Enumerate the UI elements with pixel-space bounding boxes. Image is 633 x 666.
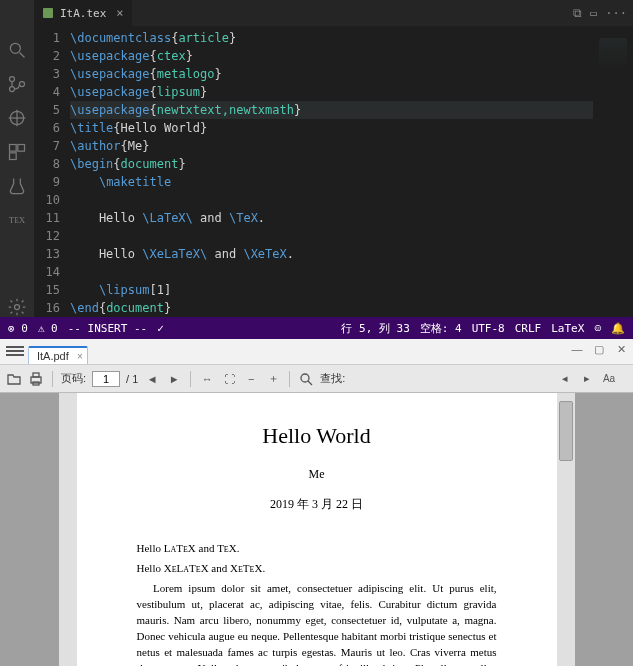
editor-body[interactable]: 12345678910111213141516 \documentclass{a… — [34, 26, 633, 317]
svg-rect-9 — [18, 145, 25, 152]
page-input[interactable] — [92, 371, 120, 387]
close-window-button[interactable]: ✕ — [613, 343, 629, 356]
code-line[interactable]: Hello \LaTeX\ and \TeX. — [70, 209, 593, 227]
line-number: 10 — [34, 191, 60, 209]
line-number: 15 — [34, 281, 60, 299]
debug-icon[interactable] — [7, 108, 27, 128]
pdf-tab-close-icon[interactable]: × — [77, 351, 83, 362]
pdf-author: Me — [137, 467, 497, 482]
print-icon[interactable] — [28, 371, 44, 387]
svg-rect-12 — [43, 8, 53, 18]
line-number-gutter: 12345678910111213141516 — [34, 26, 70, 317]
svg-rect-8 — [10, 145, 17, 152]
status-bell-icon[interactable]: 🔔 — [611, 322, 625, 335]
line-number: 8 — [34, 155, 60, 173]
svg-rect-10 — [10, 153, 17, 160]
line-number: 13 — [34, 245, 60, 263]
line-number: 12 — [34, 227, 60, 245]
pdf-tab[interactable]: ItA.pdf × — [28, 346, 88, 364]
tab-file[interactable]: ItA.tex × — [34, 0, 133, 26]
line-number: 11 — [34, 209, 60, 227]
code-line[interactable] — [70, 191, 593, 209]
status-feedback[interactable]: ☺ — [594, 322, 601, 335]
svg-point-2 — [10, 77, 15, 82]
code-line[interactable]: \documentclass{article} — [70, 29, 593, 47]
next-page-icon[interactable]: ► — [166, 371, 182, 387]
pdf-line-1: Hello LaTeX and TeX. — [137, 541, 497, 557]
status-spaces[interactable]: 空格: 4 — [420, 321, 462, 336]
line-number: 2 — [34, 47, 60, 65]
page-total: / 1 — [126, 373, 138, 385]
status-errors[interactable]: ⊗ 0 — [8, 322, 28, 335]
svg-rect-14 — [33, 373, 39, 377]
status-warnings[interactable]: ⚠ 0 — [38, 322, 58, 335]
code-line[interactable]: \end{document} — [70, 299, 593, 317]
find-label: 查找: — [320, 371, 345, 386]
compare-icon[interactable]: ⧉ — [573, 6, 582, 20]
line-number: 6 — [34, 119, 60, 137]
fit-width-icon[interactable]: ↔ — [199, 371, 215, 387]
prev-page-icon[interactable]: ◄ — [144, 371, 160, 387]
code-area[interactable]: \documentclass{article}\usepackage{ctex}… — [70, 26, 593, 317]
editor-main: TEX ItA.tex × ⧉ ▭ ··· 123456789101 — [0, 0, 633, 317]
code-line[interactable]: \usepackage{metalogo} — [70, 65, 593, 83]
zoom-in-icon[interactable]: ＋ — [265, 371, 281, 387]
search-icon[interactable] — [7, 40, 27, 60]
test-icon[interactable] — [7, 176, 27, 196]
code-line[interactable]: \maketitle — [70, 173, 593, 191]
pdf-viewport: Hello World Me 2019 年 3 月 22 日 Hello LaT… — [0, 393, 633, 666]
hamburger-icon[interactable] — [6, 342, 24, 360]
pdf-viewer-pane: ItA.pdf × — ▢ ✕ 页码: / 1 ◄ ► ↔ ⛶ − ＋ 查找: … — [0, 339, 633, 666]
code-line[interactable] — [70, 263, 593, 281]
maximize-button[interactable]: ▢ — [591, 343, 607, 356]
source-control-icon[interactable] — [7, 74, 27, 94]
code-line[interactable]: Hello \XeLaTeX\ and \XeTeX. — [70, 245, 593, 263]
status-encoding[interactable]: UTF-8 — [472, 322, 505, 335]
minimap[interactable] — [593, 26, 633, 317]
svg-line-17 — [308, 381, 312, 385]
latex-icon[interactable]: TEX — [7, 210, 27, 230]
code-editor-pane: TEX ItA.tex × ⧉ ▭ ··· 123456789101 — [0, 0, 633, 339]
pdf-title: Hello World — [137, 423, 497, 449]
fit-page-icon[interactable]: ⛶ — [221, 371, 237, 387]
tab-actions: ⧉ ▭ ··· — [573, 6, 633, 20]
nav-left-icon[interactable]: ◂ — [557, 371, 573, 387]
status-eol[interactable]: CRLF — [515, 322, 542, 335]
code-line[interactable] — [70, 227, 593, 245]
open-icon[interactable] — [6, 371, 22, 387]
find-icon[interactable] — [298, 371, 314, 387]
scrollbar-left[interactable] — [59, 393, 77, 666]
line-number: 5 — [34, 101, 60, 119]
tab-filename: ItA.tex — [60, 7, 106, 20]
zoom-out-icon[interactable]: − — [243, 371, 259, 387]
code-line[interactable]: \usepackage{newtxtext,newtxmath} — [70, 101, 593, 119]
code-line[interactable]: \lipsum[1] — [70, 281, 593, 299]
code-line[interactable]: \title{Hello World} — [70, 119, 593, 137]
window-controls: — ▢ ✕ — [569, 343, 629, 356]
line-number: 7 — [34, 137, 60, 155]
status-position[interactable]: 行 5, 列 33 — [341, 321, 409, 336]
code-line[interactable]: \usepackage{lipsum} — [70, 83, 593, 101]
code-line[interactable]: \begin{document} — [70, 155, 593, 173]
code-line[interactable]: \author{Me} — [70, 137, 593, 155]
settings-icon[interactable] — [7, 297, 27, 317]
split-icon[interactable]: ▭ — [590, 6, 597, 20]
line-number: 14 — [34, 263, 60, 281]
code-line[interactable]: \usepackage{ctex} — [70, 47, 593, 65]
pdf-date: 2019 年 3 月 22 日 — [137, 496, 497, 513]
svg-point-11 — [15, 305, 20, 310]
status-bar: ⊗ 0 ⚠ 0 -- INSERT -- ✓ 行 5, 列 33 空格: 4 U… — [0, 317, 633, 339]
activity-bar: TEX — [0, 0, 34, 317]
pdf-page: Hello World Me 2019 年 3 月 22 日 Hello LaT… — [77, 393, 557, 666]
status-language[interactable]: LaTeX — [551, 322, 584, 335]
nav-right-icon[interactable]: ▸ — [579, 371, 595, 387]
extensions-icon[interactable] — [7, 142, 27, 162]
status-check[interactable]: ✓ — [157, 322, 164, 335]
scroll-thumb[interactable] — [559, 401, 573, 461]
minimize-button[interactable]: — — [569, 343, 585, 356]
more-icon[interactable]: ··· — [605, 6, 627, 20]
tab-close-icon[interactable]: × — [116, 6, 123, 20]
match-case-icon[interactable]: Aa — [601, 371, 617, 387]
scrollbar-right[interactable] — [557, 393, 575, 666]
pdf-tab-name: ItA.pdf — [37, 350, 69, 362]
